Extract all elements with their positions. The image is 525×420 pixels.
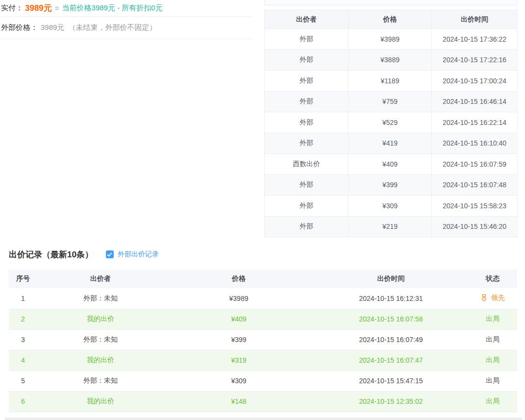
status-text: 领先 xyxy=(491,294,505,301)
record-row: 6 我的出价 ¥148 2024-10-15 12:35:02 出局 xyxy=(9,391,517,412)
status-cell: 出局 xyxy=(468,309,517,329)
record-row: 1 外部：未知 ¥3989 2024-10-15 16:12:31 1 领先 xyxy=(9,288,517,309)
actual-payment-amount: 3989元 xyxy=(25,2,52,14)
record-row: 3 外部：未知 ¥399 2024-10-15 16:07:49 出局 xyxy=(9,329,517,350)
bidder-cell: 外部 xyxy=(265,216,349,237)
bidder-cell: 我的出价 xyxy=(37,350,164,371)
price-cell: ¥1189 xyxy=(349,71,432,92)
bidder-cell: 外部 xyxy=(265,29,349,50)
bidder-cell: 外部 xyxy=(265,112,349,133)
actual-payment-label: 实付： xyxy=(1,3,23,13)
bid-history-row: 外部 ¥3989 2024-10-15 17:36:22 xyxy=(265,29,518,50)
records-header-row: 序号 出价者 价格 出价时间 状态 xyxy=(9,270,517,288)
svg-text:1: 1 xyxy=(483,297,485,300)
price-cell: ¥3889 xyxy=(349,49,432,71)
external-price-note: （未结束，外部价不固定） xyxy=(68,23,156,32)
bid-history-row: 外部 ¥219 2024-10-15 15:46:20 xyxy=(265,216,518,237)
status-cell: 出局 xyxy=(468,371,517,391)
bidder-cell: 我的出价 xyxy=(37,309,164,329)
truncated-element-below xyxy=(5,418,522,420)
truncated-row-above xyxy=(264,0,517,5)
time-cell: 2024-10-15 16:07:49 xyxy=(314,329,468,350)
price-cell: ¥319 xyxy=(164,350,314,371)
time-cell: 2024-10-15 16:10:40 xyxy=(432,133,518,154)
bidder-cell: 外部 xyxy=(265,71,349,92)
col-index: 序号 xyxy=(9,270,37,288)
price-cell: ¥148 xyxy=(164,391,314,412)
bidder-cell: 外部：未知 xyxy=(37,371,164,391)
time-cell: 2024-10-15 17:36:22 xyxy=(432,29,518,50)
col-bid-time: 出价时间 xyxy=(314,270,468,288)
time-cell: 2024-10-15 15:46:20 xyxy=(432,216,518,237)
status-text: 出局 xyxy=(486,335,500,343)
price-cell: ¥419 xyxy=(349,133,432,154)
col-price: 价格 xyxy=(164,270,314,288)
time-cell: 2024-10-15 15:47:15 xyxy=(314,371,468,391)
status-text: 出局 xyxy=(486,376,500,384)
bid-history-table: 出价者 价格 出价时间 外部 ¥3989 2024-10-15 17:36:22… xyxy=(264,10,518,237)
price-cell: ¥309 xyxy=(164,371,314,391)
external-price-label: 外部价格： xyxy=(1,23,38,32)
price-cell: ¥409 xyxy=(164,309,314,329)
time-cell: 2024-10-15 16:12:31 xyxy=(314,288,468,309)
bidder-cell: 外部 xyxy=(265,133,349,154)
bidder-cell: 外部 xyxy=(265,91,349,112)
bidder-cell: 我的出价 xyxy=(37,391,164,412)
col-bid-time: 出价时间 xyxy=(432,10,518,29)
external-records-label[interactable]: 外部出价记录 xyxy=(118,250,159,259)
bid-history-row: 外部 ¥529 2024-10-15 16:22:14 xyxy=(265,112,518,133)
price-cell: ¥399 xyxy=(349,174,432,196)
index-cell: 6 xyxy=(9,391,37,412)
col-bidder: 出价者 xyxy=(37,270,164,288)
index-cell: 3 xyxy=(9,329,37,350)
col-bidder: 出价者 xyxy=(265,10,349,29)
time-cell: 2024-10-15 16:07:58 xyxy=(314,309,468,329)
bidder-cell: 外部 xyxy=(265,49,349,71)
index-cell: 5 xyxy=(9,371,37,391)
status-text: 出局 xyxy=(486,315,500,322)
index-cell: 2 xyxy=(9,309,37,329)
index-cell: 4 xyxy=(9,350,37,371)
time-cell: 2024-10-15 15:58:23 xyxy=(432,196,518,217)
check-icon xyxy=(107,252,112,257)
time-cell: 2024-10-15 12:35:02 xyxy=(314,391,468,412)
status-cell: 1 领先 xyxy=(468,288,517,309)
external-records-toggle[interactable]: 外部出价记录 xyxy=(106,250,159,259)
bidder-cell: 西数出价 xyxy=(265,154,349,175)
status-text: 出局 xyxy=(486,397,500,405)
time-cell: 2024-10-15 16:22:14 xyxy=(432,112,518,133)
external-records-checkbox[interactable] xyxy=(106,250,114,258)
price-cell: ¥529 xyxy=(349,112,432,133)
auction-bid-page: 实付： 3989元 = 当前价格3989元 - 所有折扣0元 外部价格： 398… xyxy=(0,0,525,420)
external-price-line: 外部价格： 3989元 （未结束，外部价不固定） xyxy=(0,17,252,39)
external-price-value: 3989元 xyxy=(41,23,64,32)
bid-history-row: 外部 ¥759 2024-10-15 16:46:14 xyxy=(265,91,518,112)
records-table-body: 1 外部：未知 ¥3989 2024-10-15 16:12:31 1 领先 xyxy=(9,288,517,412)
price-cell: ¥219 xyxy=(349,216,432,237)
bidder-cell: 外部：未知 xyxy=(37,288,164,309)
bid-history-row: 外部 ¥3889 2024-10-15 17:22:16 xyxy=(265,49,518,71)
payment-summary: 实付： 3989元 = 当前价格3989元 - 所有折扣0元 外部价格： 398… xyxy=(0,0,252,39)
time-cell: 2024-10-15 16:07:47 xyxy=(314,350,468,371)
bid-history-row: 外部 ¥399 2024-10-15 16:07:48 xyxy=(265,174,518,196)
col-price: 价格 xyxy=(349,10,432,29)
price-cell: ¥309 xyxy=(349,196,432,217)
record-row: 5 外部：未知 ¥309 2024-10-15 15:47:15 出局 xyxy=(9,371,517,391)
time-cell: 2024-10-15 16:46:14 xyxy=(432,91,518,112)
status-text: 出局 xyxy=(486,356,500,364)
col-status: 状态 xyxy=(468,270,517,288)
price-cell: ¥409 xyxy=(349,154,432,175)
time-cell: 2024-10-15 16:07:59 xyxy=(432,154,518,175)
bidder-cell: 外部 xyxy=(265,196,349,217)
bid-history-row: 外部 ¥309 2024-10-15 15:58:23 xyxy=(265,196,518,217)
bid-history-body: 外部 ¥3989 2024-10-15 17:36:22 外部 ¥3889 20… xyxy=(265,29,518,237)
price-cell: ¥399 xyxy=(164,329,314,350)
bid-history-row: 外部 ¥1189 2024-10-15 17:00:24 xyxy=(265,71,518,92)
bid-history-row: 西数出价 ¥409 2024-10-15 16:07:59 xyxy=(265,154,518,175)
price-cell: ¥3989 xyxy=(349,29,432,50)
actual-payment-line: 实付： 3989元 = 当前价格3989元 - 所有折扣0元 xyxy=(0,0,252,17)
bidder-cell: 外部 xyxy=(265,174,349,196)
bid-history-header: 出价者 价格 出价时间 xyxy=(265,10,518,29)
index-cell: 1 xyxy=(9,288,37,309)
first-place-medal-icon: 1 xyxy=(480,294,488,303)
